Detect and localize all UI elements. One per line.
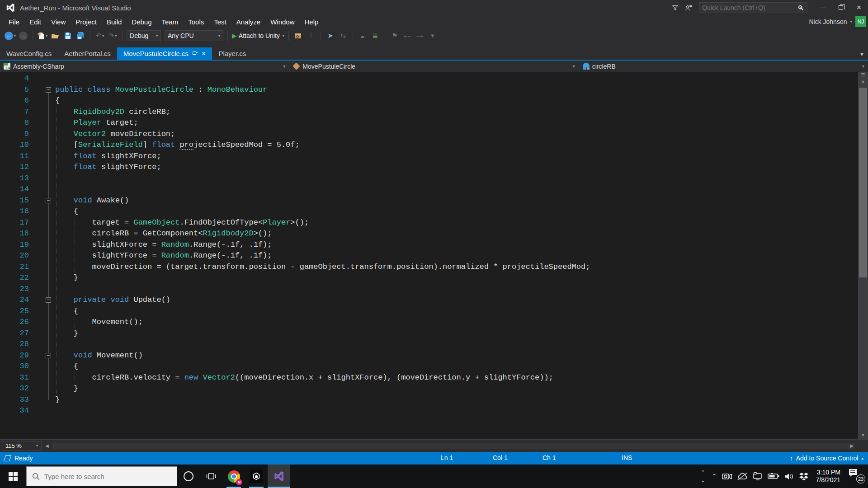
save-button[interactable] — [62, 30, 73, 41]
task-view-button[interactable] — [200, 465, 222, 488]
open-file-button[interactable] — [50, 30, 61, 41]
navigate-forward-button[interactable]: → — [18, 30, 28, 41]
code-line[interactable]: 14 — [0, 184, 858, 195]
comment-out-icon[interactable]: ⇆ — [338, 30, 349, 41]
scrollbar-thumb[interactable] — [859, 88, 867, 277]
dropbox-tray-icon[interactable] — [799, 472, 808, 480]
code-line[interactable]: 11 float slightXForce; — [0, 151, 858, 162]
code-line[interactable]: 25 { — [0, 306, 858, 317]
code-line[interactable]: 17 target = GameObject.FindObjectOfType<… — [0, 217, 858, 229]
member-dropdown[interactable]: circleRB ▾ — [579, 61, 868, 72]
undo-button[interactable]: ↶▾ — [94, 30, 105, 41]
close-button[interactable]: × — [850, 1, 868, 14]
menu-project[interactable]: Project — [71, 17, 102, 27]
quick-launch-box[interactable]: 🔍︎ — [699, 2, 807, 13]
user-dropdown-icon[interactable]: ▾ — [850, 19, 852, 24]
scroll-up-icon[interactable]: ▲ — [858, 80, 868, 84]
horizontal-scrollbar[interactable] — [52, 443, 854, 449]
unity-taskbar-icon[interactable] — [245, 465, 268, 488]
menu-help[interactable]: Help — [300, 17, 324, 27]
document-list-chevron-icon[interactable]: ▼ — [859, 52, 864, 57]
menu-team[interactable]: Team — [157, 17, 184, 27]
show-hidden-icons-chevron[interactable]: ⌃ — [712, 474, 717, 479]
next-bookmark-icon[interactable]: ⤍ — [415, 30, 425, 41]
restore-button[interactable] — [832, 1, 850, 14]
menu-build[interactable]: Build — [102, 17, 127, 27]
onedrive-offline-icon[interactable] — [737, 473, 748, 480]
navigate-back-button[interactable]: ←▾ — [5, 30, 16, 41]
code-line[interactable]: 16 { — [0, 206, 858, 217]
zoom-level-dropdown[interactable]: 115 %▾ — [2, 441, 42, 451]
tray-scroll-down-icon[interactable]: ⌃ — [701, 478, 705, 483]
collapse-button[interactable]: − — [46, 353, 51, 358]
action-center-button[interactable]: 23 — [848, 468, 865, 484]
taskbar-search-box[interactable] — [26, 466, 177, 486]
editor-vertical-scrollbar[interactable]: ☰ ▲ ▼ — [858, 72, 868, 439]
code-line[interactable]: 20 slightYForce = Random.Range(-.1f, .1f… — [0, 250, 858, 262]
bookmark-icon[interactable]: ⚑ — [389, 30, 400, 41]
char-indicator[interactable]: Ch 1 — [542, 454, 556, 461]
save-all-button[interactable] — [75, 30, 86, 41]
code-line[interactable]: 29− void Movement() — [0, 350, 858, 361]
code-line[interactable]: 31 circleRB.velocity = new Vector2((move… — [0, 372, 858, 384]
split-editor-handle[interactable]: ☰ — [858, 73, 868, 78]
tab-AetherPortal.cs[interactable]: AetherPortal.cs — [58, 47, 117, 60]
column-indicator[interactable]: Col 1 — [493, 454, 508, 461]
feedback-filter-icon[interactable] — [668, 2, 682, 14]
collapse-button[interactable]: − — [46, 87, 51, 93]
cortana-button[interactable] — [177, 465, 200, 488]
code-line[interactable]: 21 moveDirection = (target.transform.pos… — [0, 262, 858, 273]
volume-tray-icon[interactable] — [784, 473, 794, 480]
scroll-left-icon[interactable]: ◀ — [42, 443, 52, 448]
code-line[interactable]: 28 — [0, 339, 858, 350]
sync-with-active-document-icon[interactable]: ➤ — [325, 30, 336, 41]
tab-Player.cs[interactable]: Player.cs — [212, 47, 252, 60]
code-line[interactable]: 9 Vector2 moveDirection; — [0, 129, 858, 140]
tab-MovePustuleCircle.cs[interactable]: MovePustuleCircle.cs× — [117, 47, 212, 60]
close-tab-icon[interactable]: × — [202, 50, 206, 57]
line-indicator[interactable]: Ln 1 — [441, 454, 453, 461]
code-line[interactable]: 12 float slightYForce; — [0, 162, 858, 173]
camera-tray-icon[interactable] — [722, 473, 732, 480]
code-line[interactable]: 24− private void Update() — [0, 295, 858, 306]
menu-debug[interactable]: Debug — [127, 17, 156, 27]
redo-button[interactable]: ↷▾ — [107, 30, 118, 41]
send-feedback-icon[interactable] — [682, 2, 695, 14]
menu-tools[interactable]: Tools — [183, 17, 209, 27]
avatar[interactable]: NJ — [855, 16, 866, 27]
chrome-taskbar-icon[interactable]: N — [222, 465, 245, 488]
code-line[interactable]: 34 — [0, 405, 858, 417]
increase-indent-icon[interactable]: ≣ — [370, 30, 381, 41]
new-file-button[interactable]: ✱ ▾ — [37, 30, 48, 41]
taskbar-clock[interactable]: 3:10 PM 7/8/2021 — [816, 469, 841, 484]
code-line[interactable]: 30 { — [0, 361, 858, 372]
code-line[interactable]: 5−public class MovePustuleCircle : MonoB… — [0, 84, 858, 96]
menu-test[interactable]: Test — [209, 17, 231, 27]
start-button[interactable] — [0, 465, 26, 488]
code-line[interactable]: 6{ — [0, 95, 858, 107]
toolbar-extra-icon[interactable]: ⁝ — [306, 30, 316, 41]
menu-edit[interactable]: Edit — [24, 17, 46, 27]
collapse-button[interactable]: − — [46, 198, 51, 203]
tray-scroll-up-icon[interactable]: ⌃ — [701, 470, 705, 474]
add-to-source-control-button[interactable]: ↑ Add to Source Control ▴ — [790, 452, 863, 465]
code-line[interactable]: 27 } — [0, 328, 858, 339]
insert-mode-indicator[interactable]: INS — [622, 454, 632, 461]
toolbar-overflow-icon[interactable]: ▾ — [427, 30, 438, 41]
code-editor[interactable]: 45−public class MovePustuleCircle : Mono… — [0, 72, 868, 439]
visual-studio-taskbar-icon[interactable] — [268, 465, 290, 488]
code-line[interactable]: 13 — [0, 173, 858, 184]
project-dropdown[interactable]: Assembly-CSharp ▾ — [0, 61, 289, 72]
search-icon[interactable]: 🔍︎ — [797, 4, 807, 12]
type-dropdown[interactable]: MovePustuleCircle ▾ — [289, 61, 579, 72]
menu-view[interactable]: View — [46, 17, 71, 27]
code-line[interactable]: 33} — [0, 394, 858, 406]
code-line[interactable]: 8 Player target; — [0, 117, 858, 129]
scroll-down-icon[interactable]: ▼ — [858, 433, 868, 438]
code-line[interactable]: 18 circleRB = GetComponent<Rigidbody2D>(… — [0, 228, 858, 239]
tab-WaveConfig.cs[interactable]: WaveConfig.cs — [0, 47, 58, 60]
battery-tray-icon[interactable] — [768, 473, 779, 479]
code-line[interactable]: 26 Movement(); — [0, 317, 858, 328]
code-line[interactable]: 23 — [0, 284, 858, 295]
find-in-files-icon[interactable] — [293, 30, 304, 41]
